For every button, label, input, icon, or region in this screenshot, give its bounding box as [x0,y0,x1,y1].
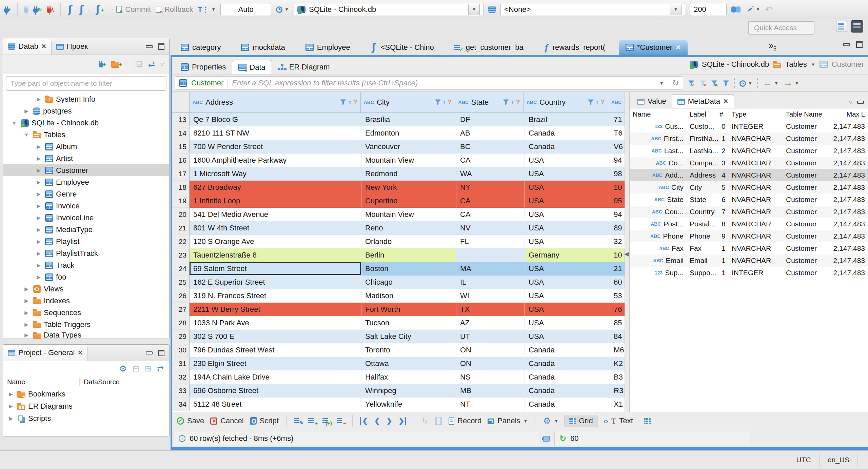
auto-refresh-button[interactable]: ▼ [739,80,752,87]
column-header-number[interactable]: # [718,110,729,118]
cell-postalcode[interactable]: 71 [610,113,625,126]
refresh-green-icon[interactable]: ↻ [559,435,566,442]
pin-result-icon[interactable] [543,436,550,442]
cell-address[interactable]: 8210 111 ST NW [190,126,361,140]
cell-city[interactable]: Toronto [361,343,456,357]
expand-arrow-icon[interactable]: ▶ [7,415,15,422]
cell-address[interactable]: 230 Elgin Street [190,357,361,370]
row-number[interactable]: 20 [172,208,190,221]
question-icon[interactable]: ? [353,98,357,106]
row-number[interactable]: 25 [172,276,190,289]
project-item[interactable]: ▶ ER Diagrams [3,400,169,412]
minimize-icon[interactable] [146,351,153,354]
metadata-row[interactable]: ABCCo... Compa... 3 NVARCHAR Customer 2,… [630,157,868,169]
last-page-icon[interactable]: ❯ [398,417,407,425]
cell-country[interactable]: USA [525,330,610,343]
close-icon[interactable]: ✕ [41,43,46,50]
cell-address[interactable]: 120 S Orange Ave [190,235,361,248]
close-icon[interactable]: ✕ [723,98,728,105]
cell-state[interactable]: WI [456,289,525,303]
add-row-icon[interactable]: + [308,417,316,425]
open-perspective-icon[interactable] [836,21,847,32]
cell-country[interactable]: Canada [525,384,610,397]
cell-state[interactable]: NY [456,181,525,194]
cell-country[interactable]: Canada [525,140,610,154]
cell-country[interactable]: Canada [525,370,610,384]
cell-address[interactable]: 5112 48 Street [190,397,361,411]
cell-address[interactable]: Tauentzienstraße 8 [190,248,361,262]
grid-row[interactable]: 15 700 W Pender Street Vancouver BC Cana… [172,140,625,154]
cell-city[interactable]: Edmonton [361,126,456,140]
cell-country[interactable]: Germany [525,248,610,262]
metadata-row[interactable]: ABCFirst... FirstNa... 1 NVARCHAR Custom… [630,132,868,145]
commit-button[interactable]: Commit [116,5,151,14]
cell-postalcode[interactable]: R3 [610,384,625,397]
row-number[interactable]: 33 [172,384,190,397]
row-number[interactable]: 22 [172,235,190,248]
view-menu-icon[interactable]: ▽ [849,100,852,105]
cell-postalcode[interactable]: X1 [610,397,625,411]
settings-button[interactable]: ▼ [543,417,558,425]
column-header-tablename[interactable]: Table Name [783,110,829,118]
grid-row[interactable]: 28 1033 N Park Ave Tucson AZ USA 85 [172,316,625,330]
cell-state[interactable]: MB [456,384,525,397]
cell-address[interactable]: 801 W 4th Street [190,221,361,235]
cell-city[interactable]: Vancouver [361,140,456,154]
cell-city[interactable]: Ottawa [361,357,456,370]
row-number[interactable]: 17 [172,167,190,181]
cell-city[interactable]: Cupertino [361,194,456,208]
tree-item[interactable]: ▶ Invoice [3,200,169,212]
apply-filter-icon[interactable]: ✓ [688,80,695,86]
cell-country[interactable]: USA [525,303,610,316]
tree-item[interactable]: ▶ Views [3,283,169,295]
edit-cell-icon[interactable]: ✎ [294,417,302,425]
cell-postalcode[interactable]: V6 [610,140,625,154]
grid-row[interactable]: 24 69 Salem Street Boston MA USA 21 [172,262,625,276]
cell-country[interactable]: USA [525,208,610,221]
active-schema-combo[interactable]: <None> ▼ [500,3,685,16]
tree-item[interactable]: ▶ InvoiceLine [3,212,169,224]
cell-address[interactable]: 627 Broadway [190,181,361,194]
column-header-postalcode[interactable]: ABC [608,92,625,113]
grid-view-button[interactable]: Grid [565,415,597,427]
database-select-icon[interactable] [488,6,496,13]
cell-address[interactable]: 162 E Superior Street [190,276,361,289]
grid-row[interactable]: 18 627 Broadway New York NY USA 10 [172,181,625,194]
magic-wand-button[interactable]: ▼ [746,6,760,13]
tree-item[interactable]: ▶ Track [3,259,169,271]
project-item[interactable]: ▶ Bookmarks [3,388,169,400]
cell-state[interactable]: CA [456,194,525,208]
grid-row[interactable]: 13 Qe 7 Bloco G Brasília DF Brazil 71 [172,113,625,126]
maximize-icon[interactable] [158,350,164,356]
sql-editor-button[interactable] [67,6,74,13]
cell-postalcode[interactable]: 21 [610,262,625,276]
minimize-icon[interactable] [857,101,864,104]
navigator-filter-input[interactable]: Type part of object name to filter [6,76,166,91]
row-number[interactable]: 34 [172,397,190,411]
cell-country[interactable]: USA [525,276,610,289]
column-header-maxlength[interactable]: Max L [829,110,868,118]
question-icon[interactable]: ? [448,98,452,106]
expand-arrow-icon[interactable]: ▼ [23,132,30,138]
metadata-row[interactable]: ABCLast... LastNa... 2 NVARCHAR Customer… [630,145,868,157]
tree-item[interactable]: ▶ System Info [3,93,169,105]
row-number[interactable]: 24 [172,262,190,276]
cell-city[interactable]: Reno [361,221,456,235]
collapse-all-icon[interactable]: ⊟ [133,364,139,373]
tree-item[interactable]: ▶ Album [3,141,169,152]
cell-city[interactable]: Tucson [361,316,456,330]
column-header-label[interactable]: Label [687,110,718,118]
cell-city[interactable]: Madison [361,289,456,303]
previous-page-icon[interactable]: ❮ [374,417,380,425]
cell-state[interactable]: AB [456,126,525,140]
rollback-button[interactable]: Rollback [156,5,193,14]
cell-country[interactable]: USA [525,181,610,194]
cell-address[interactable]: 541 Del Medio Avenue [190,208,361,221]
link-with-editor-icon[interactable]: ⇄ [157,364,164,373]
cell-address[interactable]: 1600 Amphitheatre Parkway [190,154,361,167]
expand-arrow-icon[interactable]: ▶ [23,298,30,304]
tree-item[interactable]: ▶ Customer [3,164,169,176]
sort-icon[interactable]: ↕ [348,99,352,106]
save-button[interactable]: Save [177,416,204,425]
nav-forward-button[interactable]: →▼ [783,79,799,87]
